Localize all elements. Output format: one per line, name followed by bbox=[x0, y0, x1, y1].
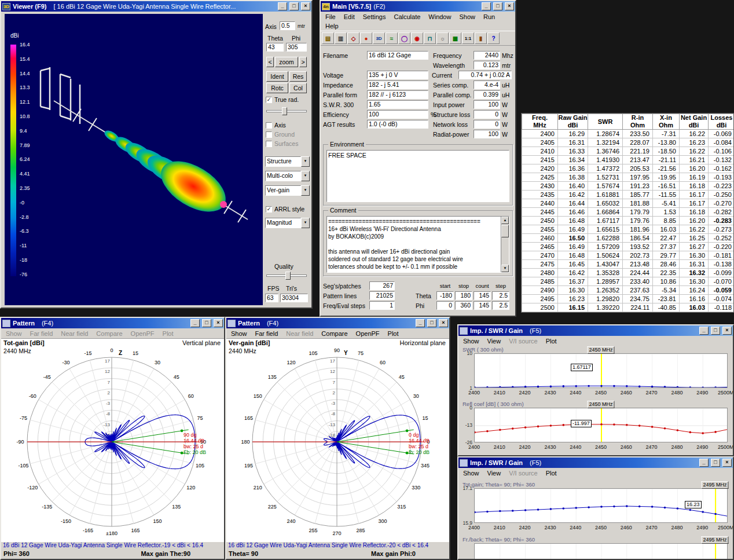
scroll-up-icon[interactable]: ▲ bbox=[501, 217, 509, 224]
maximize-button[interactable]: □ bbox=[289, 2, 299, 10]
close-button[interactable]: × bbox=[505, 2, 514, 10]
vergain-dropdown[interactable]: Ver-gain▼ bbox=[265, 185, 310, 196]
menu-item-edit[interactable]: Edit bbox=[340, 13, 359, 21]
menu-item-show[interactable]: Show bbox=[227, 330, 251, 338]
swr-titlebar[interactable]: Imp. / SWR / Gain (F5) _ □ × bbox=[458, 325, 733, 336]
menu-item-window[interactable]: Window bbox=[424, 13, 455, 21]
notepad-icon[interactable]: ▥ bbox=[335, 32, 347, 44]
minimize-button[interactable]: _ bbox=[699, 327, 709, 335]
rotation-slider[interactable] bbox=[266, 110, 307, 112]
menu-item-file[interactable]: File bbox=[321, 13, 340, 21]
menu-item-plot[interactable]: Plot bbox=[384, 330, 403, 338]
res-button[interactable]: Res bbox=[289, 71, 307, 82]
scroll-thumb[interactable] bbox=[501, 225, 509, 237]
maximize-button[interactable]: □ bbox=[711, 459, 720, 467]
ident-button[interactable]: Ident bbox=[266, 71, 288, 82]
segs-field[interactable]: 267 bbox=[369, 281, 395, 290]
maximize-button[interactable]: □ bbox=[493, 2, 502, 10]
3d-viewer-icon[interactable]: 3D bbox=[373, 32, 385, 44]
theta-field[interactable]: 43 bbox=[266, 43, 284, 52]
pattern1-titlebar[interactable]: Pattern (F4) _ □ × bbox=[1, 318, 224, 328]
polar-plot-area[interactable]: 0153045607590105120135150165±180-165-150… bbox=[1, 338, 224, 542]
far-field-icon[interactable]: ◉ bbox=[411, 32, 423, 44]
rotc-button[interactable]: Rotc bbox=[266, 83, 288, 93]
marker-chip[interactable]: 2450 MHz bbox=[587, 401, 614, 408]
polar-plot-area[interactable]: 9075604530150345330315300285270255240225… bbox=[226, 338, 449, 542]
true-rad-checkbox[interactable]: ✓ bbox=[266, 97, 272, 103]
close-button[interactable]: × bbox=[214, 319, 223, 327]
menu-item-run[interactable]: Run bbox=[479, 13, 499, 21]
comment-scrollbar[interactable]: ▲ ▼ bbox=[501, 217, 509, 272]
value-field[interactable]: 100 bbox=[367, 110, 428, 119]
value-field[interactable]: 135 + j 0 V bbox=[367, 71, 428, 79]
axis-checkbox[interactable] bbox=[266, 122, 272, 129]
environment-box[interactable]: FREE SPACE bbox=[326, 150, 509, 202]
quality-slider[interactable] bbox=[266, 274, 307, 277]
marker-chip[interactable]: 2450 MHz bbox=[587, 346, 614, 354]
minimize-button[interactable]: _ bbox=[416, 319, 425, 327]
value-field[interactable]: 1.65 bbox=[367, 100, 428, 109]
menu-item-show[interactable]: Show bbox=[459, 337, 483, 345]
phi-start-field[interactable]: 0 bbox=[436, 301, 454, 310]
minimize-button[interactable]: _ bbox=[699, 459, 709, 467]
optimize-icon[interactable]: ☼ bbox=[436, 32, 449, 44]
freq-steps-field[interactable]: 1 bbox=[369, 301, 395, 310]
close-button[interactable]: × bbox=[722, 327, 732, 335]
marker-chip[interactable]: 2495 MHz bbox=[702, 536, 729, 544]
menu-item-view[interactable]: View bbox=[483, 337, 505, 345]
arrl-style-checkbox[interactable]: ✓ bbox=[266, 206, 272, 213]
smith-chart-icon[interactable]: ◯ bbox=[398, 32, 410, 44]
close-button[interactable]: × bbox=[722, 459, 732, 467]
zoom-in-button[interactable]: > bbox=[299, 57, 307, 67]
gain-titlebar[interactable]: Imp. / SWR / Gain (F5) _ □ × bbox=[458, 457, 733, 468]
menu-item-view[interactable]: View bbox=[483, 469, 505, 477]
theta-step-field[interactable]: 2.5 bbox=[492, 291, 509, 300]
maximize-button[interactable]: □ bbox=[202, 319, 211, 327]
chevron-down-icon[interactable]: ▼ bbox=[301, 185, 310, 196]
value-field[interactable]: 0 bbox=[474, 110, 500, 119]
theta-start-field[interactable]: -180 bbox=[436, 291, 454, 300]
pattern2-titlebar[interactable]: Pattern (F4) _ □ × bbox=[226, 318, 449, 328]
value-field[interactable]: 4.e-4 bbox=[474, 80, 500, 89]
nec-edit-icon[interactable]: ▤ bbox=[322, 32, 334, 44]
table-icon[interactable]: ▦ bbox=[449, 32, 461, 44]
value-field[interactable]: 0.399 bbox=[474, 90, 500, 99]
comment-box[interactable]: ========================================… bbox=[326, 216, 509, 273]
chevron-down-icon[interactable]: ▼ bbox=[301, 171, 310, 181]
value-field[interactable]: 1.0 (-0 dB) bbox=[367, 120, 428, 129]
menu-item-openpf[interactable]: OpenPF bbox=[352, 330, 384, 338]
geometry-icon[interactable]: ◇ bbox=[347, 32, 359, 44]
value-field[interactable]: 0 bbox=[474, 120, 500, 129]
theta-stop-field[interactable]: 180 bbox=[455, 291, 472, 300]
phi-step-field[interactable]: 2.5 bbox=[492, 301, 509, 310]
scroll-down-icon[interactable]: ▼ bbox=[501, 265, 509, 272]
phi-field[interactable]: 305 bbox=[286, 43, 307, 52]
menu-item-show[interactable]: Show bbox=[459, 469, 483, 477]
value-field[interactable]: 0.123 bbox=[474, 61, 500, 69]
menu-item-far-field[interactable]: Far field bbox=[251, 330, 282, 338]
chevron-down-icon[interactable]: ▼ bbox=[301, 218, 310, 228]
value-field[interactable]: 100 bbox=[474, 130, 500, 138]
structure-dropdown[interactable]: Structure▼ bbox=[265, 156, 310, 167]
slider-thumb[interactable] bbox=[285, 272, 291, 280]
scale-1to1-icon[interactable]: 1:1 bbox=[462, 32, 474, 44]
value-field[interactable]: 182 // - j 6123 bbox=[367, 90, 428, 99]
zoom-button[interactable]: zoom bbox=[275, 57, 298, 67]
value-field[interactable]: 182 - j 5.41 bbox=[367, 80, 428, 89]
minimize-button[interactable]: _ bbox=[278, 2, 287, 10]
zoom-out-button[interactable]: < bbox=[266, 57, 274, 67]
menu-item-calculate[interactable]: Calculate bbox=[390, 13, 424, 21]
phi-count-field[interactable]: 145 bbox=[474, 301, 491, 310]
menu-item-show[interactable]: Show bbox=[455, 13, 479, 21]
marker-chip[interactable]: 2495 MHz bbox=[702, 481, 729, 489]
slider-thumb[interactable] bbox=[282, 107, 287, 115]
value-field[interactable]: 2440 bbox=[474, 51, 500, 60]
value-field[interactable]: 16 dBi 12 Gage bbox=[367, 51, 428, 60]
line-chart-icon[interactable]: ≈ bbox=[386, 32, 398, 44]
viewer-titlebar[interactable]: 3D Viewer (F9) [ 16 dBi 12 Gage Wire Uda… bbox=[1, 1, 311, 12]
maximize-button[interactable]: □ bbox=[427, 319, 436, 327]
matching-icon[interactable]: ⊓ bbox=[424, 32, 436, 44]
menu-item-help[interactable]: Help bbox=[321, 22, 343, 30]
value-field[interactable]: 100 bbox=[474, 100, 500, 109]
close-button[interactable]: × bbox=[439, 319, 448, 327]
